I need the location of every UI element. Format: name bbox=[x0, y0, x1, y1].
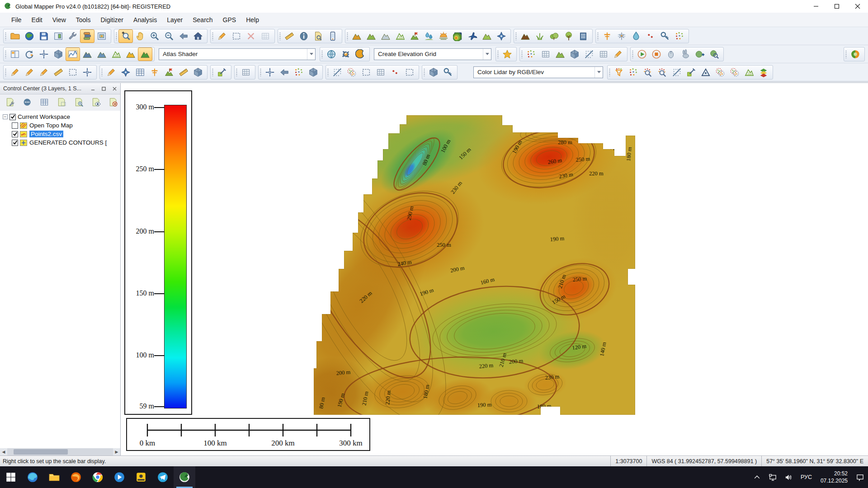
3d-view[interactable] bbox=[51, 47, 66, 61]
elevation-legend[interactable] bbox=[80, 47, 94, 61]
layer-item-generated-contours[interactable]: GENERATED CONTOURS [ bbox=[0, 138, 120, 147]
insert-vertex[interactable] bbox=[147, 66, 162, 79]
scroll-right-arrow[interactable]: ▶ bbox=[113, 448, 120, 455]
expand-collapse-box[interactable]: − bbox=[3, 114, 8, 119]
minimize-button[interactable] bbox=[806, 0, 826, 13]
line-style-tool[interactable] bbox=[215, 66, 229, 79]
atlas-shader-select[interactable]: Atlas Shader bbox=[159, 48, 316, 60]
create-grid[interactable] bbox=[596, 47, 611, 61]
create-elevation-grid-select[interactable]: Create Elevation Grid bbox=[374, 48, 491, 60]
digitizer-tool[interactable] bbox=[215, 29, 229, 43]
scale-bar[interactable]: 0 km100 km200 km300 km bbox=[126, 418, 370, 451]
menu-edit[interactable]: Edit bbox=[27, 14, 47, 25]
area-select[interactable] bbox=[402, 66, 417, 79]
lidar-zoom[interactable] bbox=[641, 66, 655, 79]
play-animation[interactable] bbox=[635, 47, 649, 61]
lidar-classify[interactable] bbox=[626, 66, 641, 79]
language-indicator[interactable]: РУС bbox=[797, 466, 816, 488]
digitize-range-ring[interactable] bbox=[51, 66, 66, 79]
elevation-shader[interactable] bbox=[349, 29, 364, 43]
open-file[interactable] bbox=[8, 29, 22, 43]
tray-chevron-icon[interactable] bbox=[749, 466, 765, 488]
redistribute-vertices[interactable] bbox=[292, 66, 306, 79]
digitize-area[interactable] bbox=[37, 66, 51, 79]
rotate-feature[interactable] bbox=[306, 66, 321, 79]
panel-maximize-button[interactable] bbox=[99, 84, 108, 93]
vertex-pair[interactable] bbox=[388, 66, 402, 79]
record-animation[interactable] bbox=[649, 47, 664, 61]
flag-terrain[interactable] bbox=[407, 29, 422, 43]
map-canvas[interactable]: 300 m250 m200 m150 m100 m59 m 190 m200 m… bbox=[121, 83, 868, 455]
maximize-button[interactable] bbox=[826, 0, 847, 13]
pan-tool[interactable] bbox=[133, 29, 147, 43]
select-tool[interactable] bbox=[229, 29, 244, 43]
layer-label[interactable]: Open Topo Map bbox=[29, 122, 73, 129]
layer-item-current-workspace[interactable]: −Current Workspace bbox=[0, 113, 120, 121]
crop-selection[interactable] bbox=[359, 66, 373, 79]
lidar-triangulate[interactable] bbox=[698, 66, 713, 79]
layer-label[interactable]: Current Workspace bbox=[18, 113, 70, 120]
taskbar-player-yellow-app[interactable] bbox=[130, 466, 152, 488]
chevron-down-icon[interactable] bbox=[307, 49, 315, 60]
taskbar-global-mapper-app[interactable] bbox=[174, 466, 195, 488]
recenter-view[interactable] bbox=[37, 47, 51, 61]
split-view[interactable] bbox=[8, 47, 22, 61]
fly-through[interactable] bbox=[465, 29, 480, 43]
layer-checkbox[interactable] bbox=[9, 114, 16, 120]
chevron-down-icon[interactable] bbox=[594, 67, 603, 78]
layer-item-open-topo-map[interactable]: Open Topo Map bbox=[0, 121, 120, 130]
daylight-shading[interactable] bbox=[123, 47, 138, 61]
speaker-icon[interactable] bbox=[781, 466, 797, 488]
path-profile[interactable] bbox=[66, 47, 80, 61]
key-tool[interactable] bbox=[658, 29, 672, 43]
taskbar-edge-app[interactable] bbox=[22, 466, 43, 488]
panel-minimize-button[interactable] bbox=[88, 84, 98, 93]
flag-errors[interactable] bbox=[162, 66, 176, 79]
taskbar-firefox-app[interactable] bbox=[65, 466, 87, 488]
favorites[interactable] bbox=[500, 47, 514, 61]
lidar-thin[interactable] bbox=[670, 66, 684, 79]
chevron-down-icon[interactable] bbox=[483, 49, 491, 60]
layer-checkbox[interactable] bbox=[12, 131, 18, 137]
menu-digitizer[interactable]: Digitizer bbox=[95, 14, 128, 25]
terrain-grid[interactable] bbox=[553, 47, 567, 61]
tree-features[interactable] bbox=[561, 29, 576, 43]
network-display-icon[interactable] bbox=[765, 466, 781, 488]
grid-tools[interactable] bbox=[538, 47, 553, 61]
edit-vertices[interactable] bbox=[104, 66, 118, 79]
menu-gps[interactable]: GPS bbox=[218, 14, 241, 25]
combine-features[interactable] bbox=[344, 66, 359, 79]
box-select-3d[interactable] bbox=[426, 66, 441, 79]
power-lines[interactable] bbox=[614, 29, 629, 43]
menu-analysis[interactable]: Analysis bbox=[128, 14, 162, 25]
layer-metadata-button[interactable] bbox=[21, 96, 34, 109]
taskbar-media-player-app[interactable] bbox=[108, 466, 130, 488]
lidar-filter[interactable] bbox=[612, 66, 626, 79]
lidar-cluster[interactable] bbox=[713, 66, 727, 79]
elevation-values[interactable] bbox=[94, 47, 109, 61]
control-center[interactable] bbox=[80, 29, 94, 43]
online-sources[interactable] bbox=[324, 47, 339, 61]
menu-file[interactable]: File bbox=[6, 14, 27, 25]
lidar-segment[interactable] bbox=[727, 66, 742, 79]
fast-draw-mode[interactable] bbox=[678, 47, 693, 61]
lidar-mode-select[interactable]: Color Lidar by RGB/Elev bbox=[473, 66, 603, 78]
zoom-to-layer-button[interactable] bbox=[73, 96, 86, 109]
mouse-mode[interactable] bbox=[664, 47, 678, 61]
atlas-shader-toggle[interactable] bbox=[138, 47, 152, 61]
lidar-layers[interactable] bbox=[756, 66, 771, 79]
zoom-out[interactable] bbox=[162, 29, 176, 43]
open-online-data[interactable] bbox=[22, 29, 37, 43]
volume-calc[interactable] bbox=[567, 47, 582, 61]
delete-selected[interactable] bbox=[244, 29, 258, 43]
close-layer-button[interactable] bbox=[107, 96, 120, 109]
shrub-features[interactable] bbox=[547, 29, 561, 43]
terrain-paint[interactable] bbox=[480, 29, 494, 43]
add-online-layer[interactable] bbox=[693, 47, 707, 61]
lidar-query[interactable] bbox=[655, 66, 670, 79]
connect-device[interactable] bbox=[326, 29, 340, 43]
scroll-left-arrow[interactable]: ◀ bbox=[0, 448, 7, 455]
taskbar-start-button[interactable] bbox=[0, 466, 22, 488]
global-mapper-tools[interactable] bbox=[353, 47, 368, 61]
watershed-analysis[interactable] bbox=[422, 29, 436, 43]
